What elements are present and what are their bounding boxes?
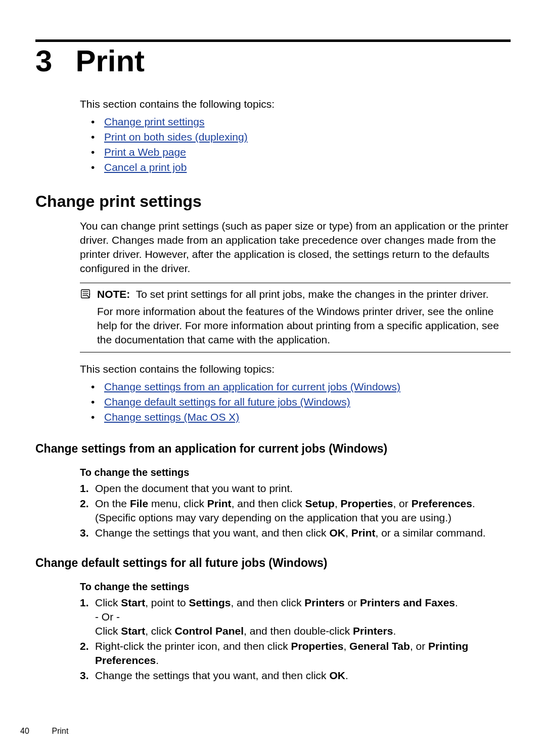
chapter-toc: Change print settings Print on both side…: [91, 114, 511, 175]
list-item: Cancel a print job: [91, 160, 511, 175]
footer-chapter-name: Print: [52, 727, 68, 735]
step-text: .: [393, 625, 396, 637]
step: On the File menu, click Print, and then …: [80, 497, 511, 525]
step-text: Click: [95, 625, 121, 637]
list-item: Print a Web page: [91, 145, 511, 160]
ui-term: Printers and Faxes: [360, 597, 455, 608]
subsection-heading-app-windows: Change settings from an application for …: [35, 442, 511, 456]
step-text: ,: [343, 640, 349, 652]
list-item: Print on both sides (duplexing): [91, 129, 511, 145]
ui-term: File: [130, 498, 148, 509]
step-text: menu, click: [148, 498, 207, 509]
step-text: .: [455, 597, 458, 608]
ui-term: Printers: [304, 597, 344, 608]
section-heading-change-print-settings: Change print settings: [35, 192, 511, 211]
step: Change the settings that you want, and t…: [80, 669, 511, 683]
ui-term: OK: [329, 527, 345, 539]
ui-term: Settings: [189, 597, 231, 608]
ui-term: Print: [207, 498, 232, 509]
step-text: , or: [410, 640, 428, 652]
list-item: Change settings from an application for …: [91, 379, 511, 394]
section-toc: Change settings from an application for …: [91, 379, 511, 425]
toc-link-change-from-app[interactable]: Change settings from an application for …: [104, 381, 400, 392]
ui-term: Control Panel: [175, 625, 244, 637]
toc-link-change-mac[interactable]: Change settings (Mac OS X): [104, 411, 239, 423]
ui-term: Setup: [305, 498, 335, 509]
step-text: or: [345, 597, 360, 608]
procedure-title: To change the settings: [80, 467, 511, 478]
document-page: 3 Print This section contains the follow…: [0, 0, 546, 756]
step-text: , and then double-click: [244, 625, 353, 637]
step-text: ,: [345, 527, 351, 539]
step-text: , click: [145, 625, 174, 637]
step-text: Click: [95, 597, 121, 608]
chapter-intro: This section contains the following topi…: [80, 97, 511, 111]
procedure-title: To change the settings: [80, 581, 511, 593]
step-text: ,: [335, 498, 341, 509]
step: Right-click the printer icon, and then c…: [80, 639, 511, 668]
step-text: Change the settings that you want, and t…: [95, 527, 329, 539]
note-label: NOTE:: [97, 288, 130, 300]
note-box: NOTE: To set print settings for all prin…: [80, 283, 511, 352]
procedure-steps: Click Start, point to Settings, and then…: [80, 596, 511, 683]
section-intro-2: This section contains the following topi…: [80, 362, 511, 376]
note-line-1: NOTE: To set print settings for all prin…: [97, 287, 511, 301]
step-text: .: [345, 670, 348, 681]
ui-term: Print: [351, 527, 376, 539]
step-text: .: [156, 654, 159, 666]
page-footer: 40 Print: [20, 727, 68, 736]
ui-term: Printers: [353, 625, 393, 637]
ui-term: Properties: [291, 640, 344, 652]
step-text: , and then click: [231, 597, 304, 608]
ui-term: General Tab: [349, 640, 410, 652]
list-item: Change print settings: [91, 114, 511, 129]
chapter-title: Print: [75, 46, 145, 76]
step-text: , point to: [145, 597, 189, 608]
step: Open the document that you want to print…: [80, 481, 511, 496]
toc-link-change-default[interactable]: Change default settings for all future j…: [104, 396, 350, 408]
toc-link-cancel-print-job[interactable]: Cancel a print job: [104, 161, 187, 173]
procedure-steps: Open the document that you want to print…: [80, 481, 511, 540]
step-text: , or a similar command.: [375, 527, 485, 539]
list-item: Change default settings for all future j…: [91, 394, 511, 410]
step-text: , or: [393, 498, 411, 509]
step-text: On the: [95, 498, 130, 509]
list-item: Change settings (Mac OS X): [91, 410, 511, 425]
section-body: You can change print settings (such as p…: [80, 219, 511, 276]
ui-term: Properties: [341, 498, 393, 509]
step-text: , and then click: [232, 498, 305, 509]
chapter-number: 3: [35, 46, 52, 76]
toc-link-print-web-page[interactable]: Print a Web page: [104, 146, 186, 158]
chapter-header: 3 Print: [35, 46, 511, 76]
note-text-2: For more information about the features …: [97, 304, 511, 347]
toc-link-duplexing[interactable]: Print on both sides (duplexing): [104, 131, 248, 143]
footer-page-number: 40: [20, 727, 50, 736]
step: Change the settings that you want, and t…: [80, 526, 511, 540]
ui-term: Start: [121, 597, 145, 608]
toc-link-change-print-settings[interactable]: Change print settings: [104, 116, 204, 127]
step: Click Start, point to Settings, and then…: [80, 596, 511, 638]
step-text: Right-click the printer icon, and then c…: [95, 640, 291, 652]
subsection-heading-default-windows: Change default settings for all future j…: [35, 556, 511, 570]
note-icon: [80, 287, 93, 347]
step-text: Change the settings that you want, and t…: [95, 670, 329, 681]
step-text: Open the document that you want to print…: [95, 482, 293, 494]
ui-term: OK: [329, 670, 345, 681]
ui-term: Preferences: [412, 498, 472, 509]
note-text-1: To set print settings for all print jobs…: [136, 288, 489, 300]
ui-term: Start: [121, 625, 145, 637]
step-or: - Or -: [95, 611, 120, 622]
header-rule: [35, 39, 511, 42]
